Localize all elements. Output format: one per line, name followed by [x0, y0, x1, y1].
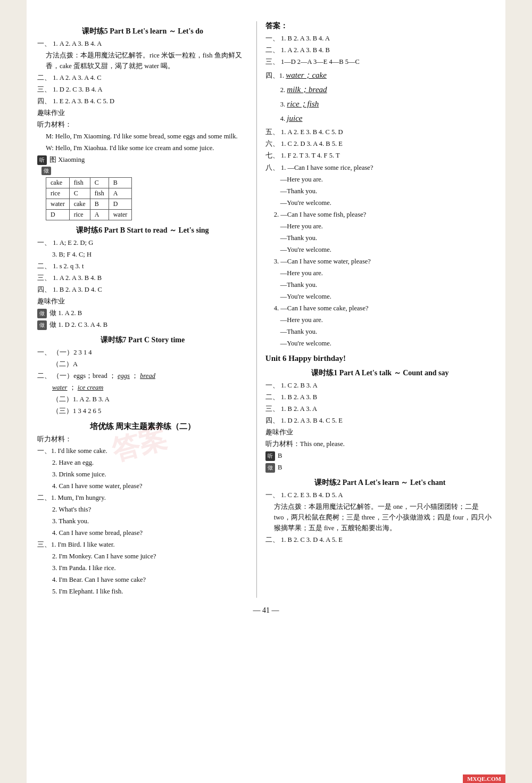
- peiyo-l7: 3. Thank you.: [52, 516, 248, 526]
- listen-icon-2: 听: [265, 451, 275, 461]
- ke5-label1: 一、: [37, 40, 51, 47]
- ke5-ans1: 一、 1. A 2. A 3. B 4. A: [37, 38, 248, 49]
- peiyo-l5: 二、1. Mum, I'm hungry.: [37, 492, 248, 503]
- ke5-ans3: 三、 1. D 2. C 3. B 4. A: [37, 84, 248, 95]
- ke1-ans4: 四、 1. D 2. A 3. B 4. C 5. E: [265, 415, 495, 426]
- ke6-ans1: 一、 1. A; E 2. D; G: [37, 237, 248, 248]
- ke2-title: 课时练2 Part A Let's learn ～ Let's chant: [265, 478, 495, 488]
- ke5-title: 课时练5 Part B Let's learn ～ Let's do: [37, 27, 248, 36]
- answers-label: 答案：: [265, 21, 495, 31]
- page-number: — 41 —: [37, 606, 495, 615]
- ke7-ans2d: （三）1 3 4 2 6 5: [52, 406, 248, 416]
- peiyo-l4: 4. Can I have some water, please?: [52, 481, 248, 491]
- right-ans8-2c: —You're welcome.: [280, 244, 495, 255]
- ke6-ans4: 四、 1. B 2. A 3. D 4. C: [37, 284, 248, 295]
- right-column: 答案： 一、 1. B 2. A 3. B 4. A 二、 1. A 2. A …: [257, 21, 495, 598]
- main-content: 课时练5 Part B Let's learn ～ Let's do 一、 1.…: [37, 21, 495, 598]
- ke5-listen-line1: M: Hello, I'm Xiaoming. I'd like some br…: [46, 131, 248, 142]
- ke5-ans2: 二、 1. A 2. A 3. A 4. C: [37, 72, 248, 83]
- do-icon-2: 做: [265, 463, 275, 473]
- peiyo-l8: 4. Can I have some bread, please?: [52, 528, 248, 538]
- right-ans1: 一、 1. B 2. A 3. B 4. A: [265, 33, 495, 44]
- ke7-ans2c: （二）1. A 2. B 3. A: [37, 394, 248, 405]
- peiyo-l11: 3. I'm Panda. I like rice.: [52, 563, 248, 573]
- table-row: rice C fish A: [46, 188, 132, 199]
- ke5-listen-note: 听 图 Xiaoming: [37, 154, 248, 165]
- right-ans2: 二、 1. A 2. A 3. B 4. B: [265, 45, 495, 55]
- right-ans8-3a: —Here you are.: [280, 268, 495, 278]
- right-ans8-3: 3. —Can I have some water, please?: [274, 256, 495, 267]
- unit6-title: Unit 6 Happy birthday!: [265, 354, 495, 363]
- ke2-section: 课时练2 Part A Let's learn ～ Let's chant 一、…: [265, 478, 495, 545]
- ke6-ans3: 三、 1. A 2. A 3. B 4. B: [37, 273, 248, 283]
- ke5-do-icon: 做: [41, 166, 248, 175]
- ke2-ans2: 二、 1. B 2. C 3. D 4. A 5. E: [265, 534, 495, 545]
- right-ans8-4c: —You're welcome.: [280, 338, 495, 349]
- logo-mxqe: MXQE.COM: [463, 774, 505, 783]
- ke5-homework: 趣味作业: [37, 108, 248, 118]
- ke2-note: 方法点拨：本题用魔法记忆解答。一是 one，一只小猫团团转；二是 two，两只松…: [274, 501, 495, 533]
- ke1-ans3: 三、 1. B 2. A 3. A: [265, 403, 495, 414]
- right-ans8-3c: —You're welcome.: [280, 291, 495, 302]
- food-table: cake fish C B rice C fish A water cake: [46, 177, 132, 220]
- ke1-title: 课时练1 Part A Let's talk ～ Count and say: [265, 368, 495, 378]
- right-ans4-2: 2. milk；bread: [280, 83, 495, 96]
- peiyo-l12: 4. I'm Bear. Can I have some cake?: [52, 574, 248, 585]
- peiyo-l6: 2. What's this?: [52, 504, 248, 515]
- peiyo-l13: 5. I'm Elephant. I like fish.: [52, 586, 248, 597]
- section-ke7: 课时练7 Part C Story time 一、 （一）2 3 1 4 （二）…: [37, 335, 248, 416]
- right-ans8-4a: —Here you are.: [280, 315, 495, 325]
- ke1-homework: 趣味作业: [265, 427, 495, 438]
- ke6-homework: 趣味作业: [37, 296, 248, 307]
- ke1-listen-note: 听力材料：This one, please.: [265, 439, 495, 449]
- peiyo-l3: 3. Drink some juice.: [52, 469, 248, 480]
- right-ans8-1c: —You're welcome.: [280, 197, 495, 208]
- right-ans5: 五、 1. A 2. E 3. B 4. C 5. D: [265, 127, 495, 137]
- left-column: 课时练5 Part B Let's learn ～ Let's do 一、 1.…: [37, 21, 257, 598]
- right-ans8-label: 八、 1. —Can I have some rice, please?: [265, 162, 495, 173]
- table-row: D rice A water: [46, 210, 132, 220]
- right-ans4-1: 四、1. water；cake: [265, 69, 495, 81]
- ke1-listen-ans: 听 B: [265, 450, 495, 461]
- ke6-do1: 做 做 1. A 2. B: [37, 308, 248, 318]
- do-icon: 做: [37, 309, 47, 318]
- peiyo-l10: 2. I'm Monkey. Can I have some juice?: [52, 551, 248, 562]
- ke5-listen-label: 听力材料：: [37, 119, 248, 130]
- right-ans8-2a: —Here you are.: [280, 221, 495, 232]
- right-ans4-3: 3. rice；fish: [280, 97, 495, 110]
- ke6-do2: 做 做 1. D 2. C 3. A 4. B: [37, 319, 248, 330]
- peiyo-l9: 三、1. I'm Bird. I like water.: [37, 539, 248, 550]
- ke1-ans1: 一、 1. C 2. B 3. A: [265, 380, 495, 391]
- section-ke5: 课时练5 Part B Let's learn ～ Let's do 一、 1.…: [37, 27, 248, 220]
- unit6-section: Unit 6 Happy birthday! 课时练1 Part A Let's…: [265, 354, 495, 545]
- right-ans8-2: 2. —Can I have some fish, please?: [274, 209, 495, 220]
- ke6-title: 课时练6 Part B Start to read ～ Let's sing: [37, 226, 248, 235]
- right-ans8-1a: —Here you are.: [280, 174, 495, 185]
- ke7-ans1a: 一、 （一）2 3 1 4: [37, 347, 248, 358]
- ke5-ans4: 四、 1. E 2. A 3. B 4. C 5. D: [37, 96, 248, 106]
- right-ans8-2b: —Thank you.: [280, 233, 495, 243]
- right-ans8-4b: —Thank you.: [280, 326, 495, 337]
- right-ans8-1b: —Thank you.: [280, 186, 495, 196]
- ke7-ans2b: water ； ice cream: [52, 382, 248, 393]
- right-ans8-3b: —Thank you.: [280, 279, 495, 290]
- right-ans6: 六、 1. C 2. D 3. A 4. B 5. E: [265, 138, 495, 149]
- ke6-ans2: 二、 1. s 2. q 3. t: [37, 261, 248, 271]
- ke5-listen-line2: W: Hello, I'm Xiaohua. I'd like some ice…: [46, 143, 248, 153]
- ke5-note: 方法点拨：本题用魔法记忆解答。rice 米饭一粒粒，fish 鱼肉鲜又香，cak…: [46, 50, 248, 71]
- listen-icon: 听: [37, 155, 47, 165]
- ke7-title: 课时练7 Part C Story time: [37, 335, 248, 345]
- table-row: cake fish C B: [46, 178, 132, 188]
- ke7-ans2: 二、 （一）eggs；bread ； eggs ； bread: [37, 370, 248, 381]
- page-container: 答案 课时练5 Part B Let's learn ～ Let's do 一、…: [27, 0, 505, 783]
- ke1-ans2: 二、 1. B 2. A 3. B: [265, 392, 495, 402]
- ke7-ans1b: （二）A: [52, 359, 248, 369]
- right-ans4-4: 4. juice: [280, 112, 495, 125]
- ke1-do-ans: 做 B: [265, 462, 495, 473]
- right-ans3: 三、 1—D 2—A 3—E 4—B 5—C: [265, 56, 495, 67]
- ke6-ans1b: 3. B; F 4. C; H: [52, 249, 248, 260]
- do-icon: 做: [37, 320, 47, 330]
- table-row: water cake B D: [46, 199, 132, 210]
- right-ans7: 七、 1. F 2. T 3. T 4. F 5. T: [265, 150, 495, 161]
- right-ans8-4: 4. —Can I have some cake, please?: [274, 303, 495, 314]
